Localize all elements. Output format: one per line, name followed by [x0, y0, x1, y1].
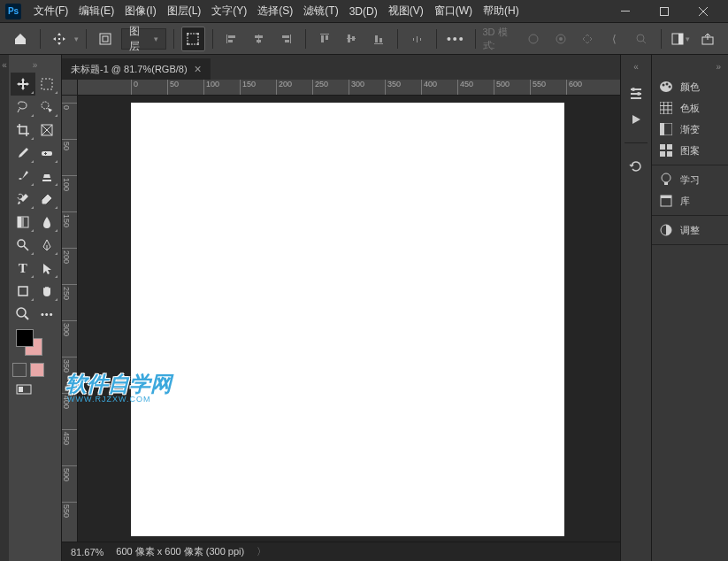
vertical-ruler[interactable]: 050100150200250300350400450500550 — [62, 96, 78, 542]
align-top-icon[interactable] — [313, 27, 337, 51]
maximize-button[interactable] — [645, 0, 684, 23]
lasso-tool[interactable] — [11, 96, 35, 119]
panel-学习[interactable]: 学习 — [652, 169, 728, 190]
svg-rect-15 — [255, 35, 263, 38]
blur-tool[interactable] — [35, 211, 60, 234]
close-button[interactable] — [684, 0, 723, 23]
align-center-h-icon[interactable] — [247, 27, 271, 51]
shape-tool[interactable] — [11, 280, 35, 303]
panel-库[interactable]: 库 — [652, 190, 728, 211]
pen-tool[interactable] — [35, 234, 60, 257]
panel-图案[interactable]: 图案 — [652, 140, 728, 161]
move-icon[interactable] — [48, 27, 72, 51]
menu-图像[interactable]: 图像(I) — [119, 0, 161, 23]
menu-编辑[interactable]: 编辑(E) — [73, 0, 119, 23]
auto-select-icon[interactable] — [94, 27, 118, 51]
zoom-level[interactable]: 81.67% — [71, 547, 103, 557]
right-strip-collapse[interactable]: « — [630, 60, 642, 73]
properties-icon[interactable] — [625, 82, 648, 104]
tab-close-button[interactable]: × — [195, 62, 202, 76]
clone-stamp-tool[interactable] — [35, 165, 60, 188]
workspace-icon[interactable]: ▾ — [669, 27, 693, 51]
screen-mode-button[interactable] — [14, 382, 34, 396]
share-icon[interactable] — [695, 27, 719, 51]
3d-orbit-icon[interactable] — [522, 27, 546, 51]
canvas[interactable] — [131, 103, 564, 536]
hand-tool[interactable] — [35, 280, 60, 303]
doc-info[interactable]: 600 像素 x 600 像素 (300 ppi) — [116, 545, 244, 558]
grid-icon — [659, 101, 673, 115]
3d-roll-icon[interactable] — [548, 27, 572, 51]
svg-point-35 — [637, 35, 644, 42]
distribute-icon[interactable] — [405, 27, 429, 51]
svg-rect-24 — [348, 35, 350, 42]
menu-图层[interactable]: 图层(L) — [162, 0, 207, 23]
align-right-icon[interactable] — [274, 27, 298, 51]
eyedropper-tool[interactable] — [11, 142, 35, 165]
history-icon[interactable] — [625, 156, 648, 177]
menu-3D[interactable]: 3D(D) — [344, 0, 383, 23]
svg-rect-5 — [103, 36, 108, 42]
svg-rect-57 — [19, 387, 23, 392]
3d-pan-icon[interactable] — [576, 27, 600, 51]
status-menu-button[interactable]: 〉 — [257, 545, 266, 558]
panel-collapse[interactable]: » — [712, 60, 724, 73]
menu-文件[interactable]: 文件(F) — [28, 0, 73, 23]
menu-选择[interactable]: 选择(S) — [252, 0, 298, 23]
panel-颜色[interactable]: 颜色 — [652, 76, 728, 97]
quick-select-tool[interactable] — [35, 96, 60, 119]
panel-调整[interactable]: 调整 — [652, 219, 728, 241]
dodge-tool[interactable] — [11, 234, 35, 257]
align-center-v-icon[interactable] — [340, 27, 364, 51]
frame-tool[interactable] — [35, 119, 60, 142]
ruler-origin[interactable] — [62, 80, 78, 96]
history-brush-tool[interactable] — [11, 188, 35, 211]
panel-渐变[interactable]: 渐变 — [652, 119, 728, 140]
title-bar: Ps 文件(F)编辑(E)图像(I)图层(L)文字(Y)选择(S)滤镜(T)3D… — [0, 0, 728, 23]
3d-scale-icon[interactable] — [630, 27, 654, 51]
menu-视图[interactable]: 视图(V) — [383, 0, 429, 23]
play-icon[interactable] — [625, 109, 648, 130]
align-left-icon[interactable] — [220, 27, 244, 51]
crop-tool[interactable] — [11, 119, 35, 142]
svg-rect-1 — [661, 7, 669, 15]
menu-窗口[interactable]: 窗口(W) — [429, 0, 478, 23]
quick-mask-alt-button[interactable] — [30, 363, 44, 377]
color-picker[interactable] — [11, 326, 59, 361]
adjust-icon — [659, 223, 673, 237]
panel-色板[interactable]: 色板 — [652, 97, 728, 119]
home-button[interactable] — [9, 27, 33, 51]
marquee-tool[interactable] — [35, 73, 60, 96]
more-options-icon[interactable]: ••• — [444, 27, 468, 51]
left-collapse-strip[interactable]: « — [0, 55, 9, 561]
type-tool[interactable]: T — [11, 257, 35, 280]
svg-rect-19 — [285, 40, 289, 42]
foreground-color[interactable] — [16, 329, 34, 347]
align-bottom-icon[interactable] — [367, 27, 391, 51]
eraser-tool[interactable] — [35, 188, 60, 211]
svg-rect-49 — [18, 217, 21, 227]
svg-point-65 — [666, 83, 669, 86]
toolbox-collapse[interactable]: » — [29, 58, 42, 72]
brush-tool[interactable] — [11, 165, 35, 188]
move-tool[interactable] — [11, 73, 35, 96]
transform-controls-icon[interactable] — [181, 27, 205, 51]
quick-mask-button[interactable] — [12, 363, 27, 377]
minimize-button[interactable] — [606, 0, 645, 23]
svg-point-59 — [632, 88, 635, 91]
zoom-tool[interactable] — [11, 303, 35, 326]
canvas-viewport[interactable] — [78, 96, 620, 542]
3d-slide-icon[interactable]: ⟨ — [603, 27, 627, 51]
gradient-tool[interactable] — [11, 211, 35, 234]
menu-帮助[interactable]: 帮助(H) — [478, 0, 525, 23]
library-icon — [659, 194, 673, 208]
path-select-tool[interactable] — [35, 257, 60, 280]
horizontal-ruler[interactable]: 050100150200250300350400450500550600 — [78, 80, 620, 96]
layer-dropdown[interactable]: 图层▾ — [121, 28, 166, 50]
document-tab[interactable]: 未标题-1 @ 81.7%(RGB/8) × — [62, 58, 211, 80]
healing-tool[interactable] — [35, 142, 60, 165]
edit-toolbar[interactable]: ••• — [35, 303, 60, 326]
svg-point-7 — [187, 33, 188, 35]
menu-文字[interactable]: 文字(Y) — [206, 0, 252, 23]
menu-滤镜[interactable]: 滤镜(T) — [298, 0, 343, 23]
